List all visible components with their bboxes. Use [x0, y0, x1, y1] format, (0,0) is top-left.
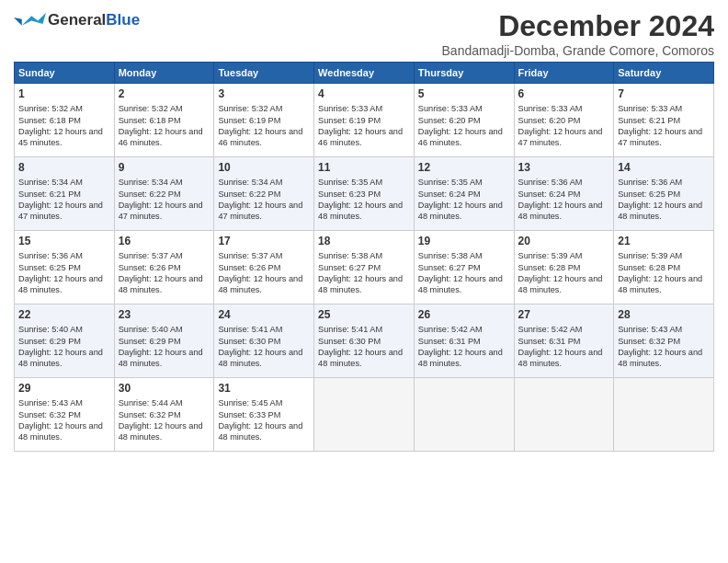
- table-row: 10Sunrise: 5:34 AMSunset: 6:22 PMDayligh…: [214, 157, 314, 231]
- day-info: Sunrise: 5:40 AMSunset: 6:29 PMDaylight:…: [119, 324, 210, 370]
- table-row: 8Sunrise: 5:34 AMSunset: 6:21 PMDaylight…: [15, 157, 115, 231]
- day-info: Sunrise: 5:36 AMSunset: 6:24 PMDaylight:…: [518, 177, 610, 223]
- day-number: 1: [18, 86, 110, 101]
- day-info: Sunrise: 5:39 AMSunset: 6:28 PMDaylight:…: [518, 250, 610, 296]
- day-info: Sunrise: 5:42 AMSunset: 6:31 PMDaylight:…: [518, 324, 610, 370]
- day-number: 11: [318, 160, 410, 175]
- calendar-week-row: 8Sunrise: 5:34 AMSunset: 6:21 PMDaylight…: [15, 157, 714, 231]
- table-row: 25Sunrise: 5:41 AMSunset: 6:30 PMDayligh…: [314, 304, 415, 378]
- table-row: 4Sunrise: 5:33 AMSunset: 6:19 PMDaylight…: [314, 84, 415, 157]
- day-number: 16: [119, 234, 210, 248]
- day-number: 19: [418, 234, 510, 248]
- day-info: Sunrise: 5:43 AMSunset: 6:32 PMDaylight:…: [18, 397, 110, 443]
- day-number: 30: [119, 381, 210, 396]
- day-number: 27: [518, 307, 610, 322]
- table-row: 2Sunrise: 5:32 AMSunset: 6:18 PMDaylight…: [114, 84, 214, 157]
- table-row: 22Sunrise: 5:40 AMSunset: 6:29 PMDayligh…: [15, 304, 115, 378]
- day-number: 7: [618, 86, 710, 101]
- svg-marker-1: [14, 17, 22, 26]
- table-row: 27Sunrise: 5:42 AMSunset: 6:31 PMDayligh…: [514, 304, 614, 378]
- day-info: Sunrise: 5:44 AMSunset: 6:32 PMDaylight:…: [119, 397, 210, 443]
- col-friday: Friday: [514, 63, 614, 84]
- day-number: 8: [18, 160, 110, 175]
- day-info: Sunrise: 5:36 AMSunset: 6:25 PMDaylight:…: [618, 177, 710, 223]
- day-number: 17: [218, 234, 310, 248]
- title-section: December 2024 Bandamadji-Domba, Grande C…: [442, 9, 714, 58]
- day-info: Sunrise: 5:34 AMSunset: 6:21 PMDaylight:…: [18, 177, 110, 223]
- day-info: Sunrise: 5:36 AMSunset: 6:25 PMDaylight:…: [18, 250, 110, 296]
- day-info: Sunrise: 5:35 AMSunset: 6:24 PMDaylight:…: [418, 177, 510, 223]
- day-info: Sunrise: 5:45 AMSunset: 6:33 PMDaylight:…: [218, 397, 310, 443]
- day-info: Sunrise: 5:34 AMSunset: 6:22 PMDaylight:…: [119, 177, 210, 223]
- logo-text: GeneralBlue: [48, 12, 140, 29]
- table-row: 5Sunrise: 5:33 AMSunset: 6:20 PMDaylight…: [414, 84, 514, 157]
- day-info: Sunrise: 5:32 AMSunset: 6:18 PMDaylight:…: [119, 103, 210, 149]
- day-info: Sunrise: 5:42 AMSunset: 6:31 PMDaylight:…: [418, 324, 510, 370]
- table-row: 28Sunrise: 5:43 AMSunset: 6:32 PMDayligh…: [614, 304, 714, 378]
- day-number: 22: [18, 307, 110, 322]
- table-row: 7Sunrise: 5:33 AMSunset: 6:21 PMDaylight…: [614, 84, 714, 157]
- day-info: Sunrise: 5:33 AMSunset: 6:20 PMDaylight:…: [418, 103, 510, 149]
- table-row: 17Sunrise: 5:37 AMSunset: 6:26 PMDayligh…: [214, 231, 314, 304]
- day-number: 28: [618, 307, 710, 322]
- col-wednesday: Wednesday: [314, 63, 415, 84]
- day-info: Sunrise: 5:39 AMSunset: 6:28 PMDaylight:…: [618, 250, 710, 296]
- calendar-week-row: 15Sunrise: 5:36 AMSunset: 6:25 PMDayligh…: [15, 231, 714, 304]
- day-number: 3: [218, 86, 310, 101]
- day-number: 4: [318, 86, 410, 101]
- table-row: [314, 378, 415, 452]
- table-row: 23Sunrise: 5:40 AMSunset: 6:29 PMDayligh…: [114, 304, 214, 378]
- table-row: 21Sunrise: 5:39 AMSunset: 6:28 PMDayligh…: [614, 231, 714, 304]
- col-sunday: Sunday: [15, 63, 115, 84]
- day-info: Sunrise: 5:37 AMSunset: 6:26 PMDaylight:…: [119, 250, 210, 296]
- logo-icon: [14, 9, 46, 32]
- day-number: 6: [518, 86, 610, 101]
- table-row: 14Sunrise: 5:36 AMSunset: 6:25 PMDayligh…: [614, 157, 714, 231]
- calendar-week-row: 29Sunrise: 5:43 AMSunset: 6:32 PMDayligh…: [15, 378, 714, 452]
- day-info: Sunrise: 5:32 AMSunset: 6:18 PMDaylight:…: [18, 103, 110, 149]
- day-number: 31: [218, 381, 310, 396]
- day-number: 20: [518, 234, 610, 248]
- day-number: 29: [18, 381, 110, 396]
- day-info: Sunrise: 5:38 AMSunset: 6:27 PMDaylight:…: [318, 250, 410, 296]
- table-row: 19Sunrise: 5:38 AMSunset: 6:27 PMDayligh…: [414, 231, 514, 304]
- day-info: Sunrise: 5:35 AMSunset: 6:23 PMDaylight:…: [318, 177, 410, 223]
- header: GeneralBlue December 2024 Bandamadji-Dom…: [14, 9, 714, 58]
- day-info: Sunrise: 5:33 AMSunset: 6:21 PMDaylight:…: [618, 103, 710, 149]
- day-number: 18: [318, 234, 410, 248]
- table-row: 11Sunrise: 5:35 AMSunset: 6:23 PMDayligh…: [314, 157, 415, 231]
- table-row: 24Sunrise: 5:41 AMSunset: 6:30 PMDayligh…: [214, 304, 314, 378]
- day-info: Sunrise: 5:32 AMSunset: 6:19 PMDaylight:…: [218, 103, 310, 149]
- day-info: Sunrise: 5:43 AMSunset: 6:32 PMDaylight:…: [618, 324, 710, 370]
- day-info: Sunrise: 5:34 AMSunset: 6:22 PMDaylight:…: [218, 177, 310, 223]
- day-number: 5: [418, 86, 510, 101]
- table-row: 13Sunrise: 5:36 AMSunset: 6:24 PMDayligh…: [514, 157, 614, 231]
- col-tuesday: Tuesday: [214, 63, 314, 84]
- day-number: 13: [518, 160, 610, 175]
- day-info: Sunrise: 5:33 AMSunset: 6:19 PMDaylight:…: [318, 103, 410, 149]
- table-row: 3Sunrise: 5:32 AMSunset: 6:19 PMDaylight…: [214, 84, 314, 157]
- day-number: 23: [119, 307, 210, 322]
- table-row: 18Sunrise: 5:38 AMSunset: 6:27 PMDayligh…: [314, 231, 415, 304]
- table-row: [614, 378, 714, 452]
- day-number: 14: [618, 160, 710, 175]
- main-title: December 2024: [442, 9, 714, 43]
- logo-blue: Blue: [106, 11, 140, 29]
- day-number: 21: [618, 234, 710, 248]
- day-number: 2: [119, 86, 210, 101]
- table-row: 30Sunrise: 5:44 AMSunset: 6:32 PMDayligh…: [114, 378, 214, 452]
- table-row: 29Sunrise: 5:43 AMSunset: 6:32 PMDayligh…: [15, 378, 115, 452]
- calendar-header-row: Sunday Monday Tuesday Wednesday Thursday…: [15, 63, 714, 84]
- table-row: [414, 378, 514, 452]
- calendar: Sunday Monday Tuesday Wednesday Thursday…: [14, 62, 714, 452]
- table-row: 12Sunrise: 5:35 AMSunset: 6:24 PMDayligh…: [414, 157, 514, 231]
- day-info: Sunrise: 5:37 AMSunset: 6:26 PMDaylight:…: [218, 250, 310, 296]
- subtitle: Bandamadji-Domba, Grande Comore, Comoros: [442, 43, 714, 58]
- col-thursday: Thursday: [414, 63, 514, 84]
- day-number: 24: [218, 307, 310, 322]
- table-row: 16Sunrise: 5:37 AMSunset: 6:26 PMDayligh…: [114, 231, 214, 304]
- day-number: 15: [18, 234, 110, 248]
- calendar-week-row: 1Sunrise: 5:32 AMSunset: 6:18 PMDaylight…: [15, 84, 714, 157]
- table-row: 6Sunrise: 5:33 AMSunset: 6:20 PMDaylight…: [514, 84, 614, 157]
- day-number: 12: [418, 160, 510, 175]
